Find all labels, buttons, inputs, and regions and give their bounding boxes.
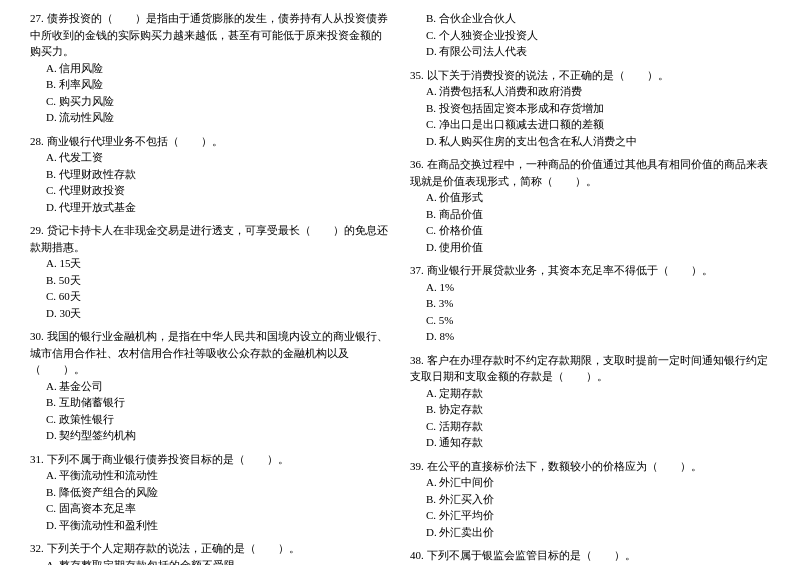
question-q27: 27. 债券投资的（ ）是指由于通货膨胀的发生，债券持有人从投资债券中所收到的金… [30, 10, 390, 126]
question-q35: 35. 以下关于消费投资的说法，不正确的是（ ）。A. 消费包括私人消费和政府消… [410, 67, 770, 150]
question-text: 36. 在商品交换过程中，一种商品的价值通过其他具有相同价值的商品来表现就是价值… [410, 156, 770, 189]
main-columns: 27. 债券投资的（ ）是指由于通货膨胀的发生，债券持有人从投资债券中所收到的金… [30, 10, 770, 565]
option-q29-2: C. 60天 [30, 288, 390, 305]
question-text: 30. 我国的银行业金融机构，是指在中华人民共和国境内设立的商业银行、城市信用合… [30, 328, 390, 378]
option-q29-3: D. 30天 [30, 305, 390, 322]
option-q34_cont-0: B. 合伙企业合伙人 [410, 10, 770, 27]
question-q31: 31. 下列不属于商业银行债券投资目标的是（ ）。A. 平衡流动性和流动性B. … [30, 451, 390, 534]
question-text: 39. 在公平的直接标价法下，数额较小的价格应为（ ）。 [410, 458, 770, 475]
option-q30-1: B. 互助储蓄银行 [30, 394, 390, 411]
question-q30: 30. 我国的银行业金融机构，是指在中华人民共和国境内设立的商业银行、城市信用合… [30, 328, 390, 444]
question-q40: 40. 下列不属于银监会监管目标的是（ ）。A. 通过宣传有效的监管，增加社会信… [410, 547, 770, 565]
option-q28-3: D. 代理开放式基金 [30, 199, 390, 216]
option-q27-2: C. 购买力风险 [30, 93, 390, 110]
option-q28-2: C. 代理财政投资 [30, 182, 390, 199]
option-q35-2: C. 净出口是出口额减去进口额的差额 [410, 116, 770, 133]
question-text: 35. 以下关于消费投资的说法，不正确的是（ ）。 [410, 67, 770, 84]
option-q39-2: C. 外汇平均价 [410, 507, 770, 524]
option-q36-3: D. 使用价值 [410, 239, 770, 256]
question-q29: 29. 贷记卡持卡人在非现金交易是进行透支，可享受最长（ ）的免息还款期措惠。A… [30, 222, 390, 321]
option-q36-1: B. 商品价值 [410, 206, 770, 223]
option-q29-1: B. 50天 [30, 272, 390, 289]
option-q39-1: B. 外汇买入价 [410, 491, 770, 508]
question-text: 37. 商业银行开展贷款业务，其资本充足率不得低于（ ）。 [410, 262, 770, 279]
question-q32: 32. 下列关于个人定期存款的说法，正确的是（ ）。A. 整存整取定期存款包括的… [30, 540, 390, 565]
right-column: B. 合伙企业合伙人C. 个人独资企业投资人D. 有限公司法人代表35. 以下关… [410, 10, 770, 565]
question-text: 28. 商业银行代理业务不包括（ ）。 [30, 133, 390, 150]
option-q38-3: D. 通知存款 [410, 434, 770, 451]
option-q37-1: B. 3% [410, 295, 770, 312]
option-q30-2: C. 政策性银行 [30, 411, 390, 428]
option-q36-0: A. 价值形式 [410, 189, 770, 206]
question-q34_cont: B. 合伙企业合伙人C. 个人独资企业投资人D. 有限公司法人代表 [410, 10, 770, 60]
option-q38-0: A. 定期存款 [410, 385, 770, 402]
question-q28: 28. 商业银行代理业务不包括（ ）。A. 代发工资B. 代理财政性存款C. 代… [30, 133, 390, 216]
question-text: 31. 下列不属于商业银行债券投资目标的是（ ）。 [30, 451, 390, 468]
option-q36-2: C. 价格价值 [410, 222, 770, 239]
option-q30-3: D. 契约型签约机构 [30, 427, 390, 444]
option-q28-0: A. 代发工资 [30, 149, 390, 166]
option-q39-3: D. 外汇卖出价 [410, 524, 770, 541]
question-q39: 39. 在公平的直接标价法下，数额较小的价格应为（ ）。A. 外汇中间价B. 外… [410, 458, 770, 541]
option-q34_cont-1: C. 个人独资企业投资人 [410, 27, 770, 44]
option-q29-0: A. 15天 [30, 255, 390, 272]
question-q37: 37. 商业银行开展贷款业务，其资本充足率不得低于（ ）。A. 1%B. 3%C… [410, 262, 770, 345]
option-q37-3: D. 8% [410, 328, 770, 345]
option-q30-0: A. 基金公司 [30, 378, 390, 395]
option-q31-1: B. 降低资产组合的风险 [30, 484, 390, 501]
option-q35-0: A. 消费包括私人消费和政府消费 [410, 83, 770, 100]
question-text: 29. 贷记卡持卡人在非现金交易是进行透支，可享受最长（ ）的免息还款期措惠。 [30, 222, 390, 255]
option-q35-1: B. 投资包括固定资本形成和存货增加 [410, 100, 770, 117]
option-q38-1: B. 协定存款 [410, 401, 770, 418]
option-q32-0: A. 整存整取定期存款包括的金额不受限 [30, 557, 390, 566]
option-q39-0: A. 外汇中间价 [410, 474, 770, 491]
option-q27-1: B. 利率风险 [30, 76, 390, 93]
question-q38: 38. 客户在办理存款时不约定存款期限，支取时提前一定时间通知银行约定支取日期和… [410, 352, 770, 451]
option-q28-1: B. 代理财政性存款 [30, 166, 390, 183]
option-q31-2: C. 固高资本充足率 [30, 500, 390, 517]
question-text: 40. 下列不属于银监会监管目标的是（ ）。 [410, 547, 770, 564]
page-content: 27. 债券投资的（ ）是指由于通货膨胀的发生，债券持有人从投资债券中所收到的金… [30, 10, 770, 565]
question-q36: 36. 在商品交换过程中，一种商品的价值通过其他具有相同价值的商品来表现就是价值… [410, 156, 770, 255]
question-text: 32. 下列关于个人定期存款的说法，正确的是（ ）。 [30, 540, 390, 557]
option-q38-2: C. 活期存款 [410, 418, 770, 435]
option-q37-2: C. 5% [410, 312, 770, 329]
left-column: 27. 债券投资的（ ）是指由于通货膨胀的发生，债券持有人从投资债券中所收到的金… [30, 10, 390, 565]
option-q27-3: D. 流动性风险 [30, 109, 390, 126]
option-q37-0: A. 1% [410, 279, 770, 296]
question-text: 27. 债券投资的（ ）是指由于通货膨胀的发生，债券持有人从投资债券中所收到的金… [30, 10, 390, 60]
question-text: 38. 客户在办理存款时不约定存款期限，支取时提前一定时间通知银行约定支取日期和… [410, 352, 770, 385]
option-q35-3: D. 私人购买住房的支出包含在私人消费之中 [410, 133, 770, 150]
option-q27-0: A. 信用风险 [30, 60, 390, 77]
option-q31-0: A. 平衡流动性和流动性 [30, 467, 390, 484]
option-q31-3: D. 平衡流动性和盈利性 [30, 517, 390, 534]
option-q34_cont-2: D. 有限公司法人代表 [410, 43, 770, 60]
